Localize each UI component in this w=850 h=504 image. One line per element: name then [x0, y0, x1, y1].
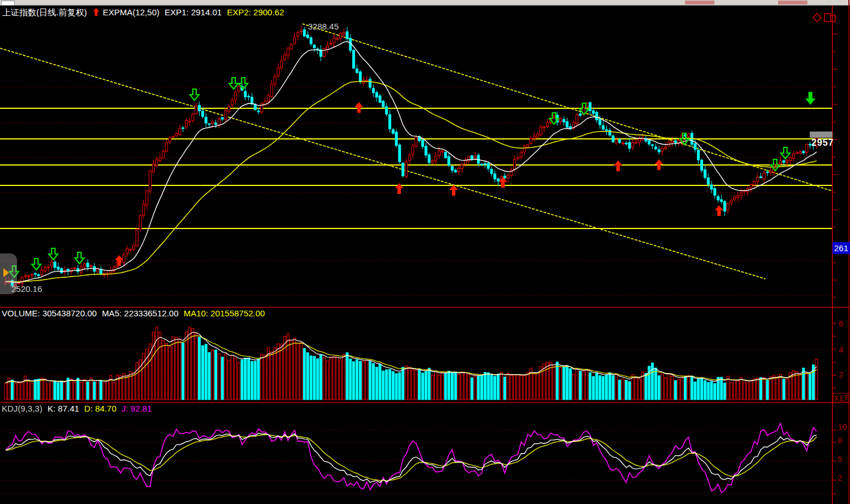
volume-unit-label: X1万: [833, 393, 850, 404]
axis-blue-tag: 261: [832, 242, 850, 254]
high-price-label: 3288.45: [308, 22, 339, 31]
expand-arrow-icon: [3, 268, 9, 277]
symbol-title: 上证指数(日线.前复权): [2, 7, 87, 17]
svg-text:5: 5: [838, 454, 842, 464]
side-panel-handle[interactable]: [0, 253, 17, 294]
svg-text:2: 2: [838, 473, 842, 482]
volume-ma5: MA5: 223336512.00: [102, 308, 179, 318]
current-price-label: 2957: [811, 138, 833, 148]
trading-app-window: 64210852 上证指数(日线.前复权)EXPMA(12,50)EXP1: 2…: [0, 0, 850, 504]
exp2-value: EXP2: 2900.62: [227, 7, 284, 17]
volume-value: VOLUME: 305438720.00: [2, 308, 97, 318]
svg-text:6: 6: [839, 319, 843, 328]
volume-label-row: VOLUME: 305438720.00MA5: 223336512.00MA1…: [2, 308, 270, 318]
kdj-label-row: KDJ(9,3,3)K: 87.41D: 84.70J: 92.81: [2, 404, 157, 413]
kdj-name: KDJ(9,3,3): [2, 404, 43, 413]
window-small-icon[interactable]: [830, 15, 836, 22]
exp1-value: EXP1: 2914.01: [164, 7, 222, 17]
diamond-icon[interactable]: [813, 13, 822, 23]
svg-text:4: 4: [839, 345, 843, 354]
svg-text:2: 2: [839, 370, 843, 379]
red-up-arrow-icon: [93, 8, 99, 16]
chart-canvas[interactable]: 64210852: [0, 0, 850, 504]
current-price-tag-bg: [810, 132, 832, 138]
kdj-j-value: J: 92.81: [121, 404, 151, 413]
svg-text:10: 10: [838, 422, 847, 431]
chart-corner-icons[interactable]: [813, 12, 839, 23]
chart-title-row: 上证指数(日线.前复权)EXPMA(12,50)EXP1: 2914.01EXP…: [2, 7, 289, 18]
svg-text:8: 8: [838, 435, 842, 445]
indicator-name: EXPMA(12,50): [103, 7, 159, 17]
kdj-k-value: K: 87.41: [48, 404, 79, 413]
kdj-d-value: D: 84.70: [84, 404, 117, 413]
volume-ma10: MA10: 201558752.00: [184, 308, 265, 318]
